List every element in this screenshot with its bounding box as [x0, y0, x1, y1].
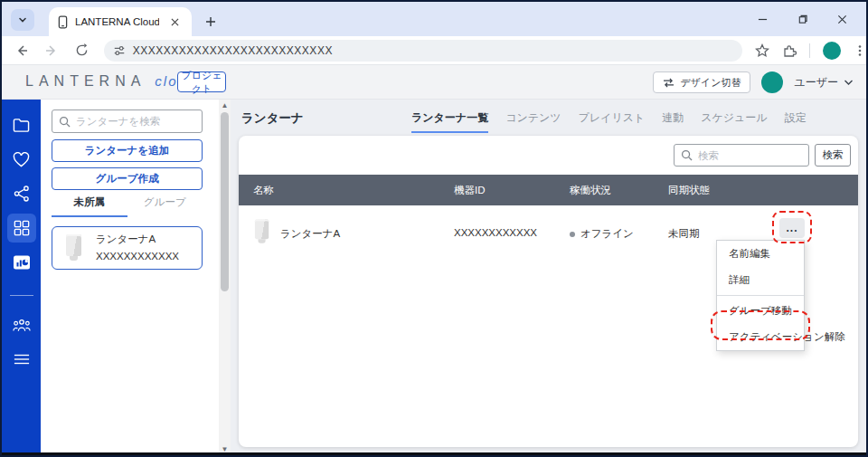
rail-item-devices[interactable]: [7, 214, 36, 243]
share-icon: [14, 186, 30, 202]
analytics-icon: [13, 253, 31, 271]
reload-icon[interactable]: [71, 40, 93, 62]
lanterna-device-icon: [253, 218, 271, 246]
window-bottom-edge: [2, 452, 866, 455]
app-window: LANTERNA Cloud XXXXXXXXXXXXXXXXXXXXXXXXX…: [0, 0, 868, 457]
new-tab-button[interactable]: [203, 14, 219, 30]
sidebar-tabs: 未所属 グループ: [52, 195, 203, 217]
menu-item-deactivate[interactable]: アクティベーション解除: [717, 324, 804, 350]
browser-menu-icon[interactable]: [854, 44, 866, 57]
url-field[interactable]: XXXXXXXXXXXXXXXXXXXXXXXXXX: [104, 40, 742, 62]
chevron-down-icon: [844, 79, 854, 86]
toolbar-divider: [809, 43, 810, 58]
device-sidebar: ランターナを追加 グループ作成 未所属 グループ ランターナA XXXXXXXX…: [41, 100, 218, 454]
folder-icon: [13, 118, 30, 133]
device-table-card: 検索 名称 機器ID 稼働状況 同期状態 ランターナA XXXXXXXXXXXX…: [239, 136, 858, 447]
row-more-button[interactable]: ...: [779, 218, 805, 238]
design-switch-label: デザイン切替: [680, 76, 741, 90]
minimize-icon[interactable]: [754, 11, 770, 27]
row-status: オフライン: [570, 227, 634, 241]
create-group-button[interactable]: グループ作成: [52, 167, 203, 190]
tab-search-button[interactable]: [11, 9, 34, 31]
rail-item-users[interactable]: [7, 310, 36, 339]
rail-item-list[interactable]: [7, 345, 36, 374]
people-icon: [13, 319, 31, 332]
app-logo: LANTERNA cloud: [25, 73, 196, 90]
chevron-down-icon: [18, 15, 27, 24]
menu-item-rename[interactable]: 名前編集: [717, 241, 804, 267]
site-settings-icon[interactable]: [113, 44, 126, 57]
sidebar-scrollbar[interactable]: ▲ ▼: [219, 100, 231, 454]
scroll-up-icon[interactable]: ▲: [219, 100, 231, 110]
tab-lanterna-list[interactable]: ランターナ一覧: [411, 110, 488, 133]
tab-schedule[interactable]: スケジュール: [701, 110, 767, 133]
page-title: ランターナ: [241, 110, 304, 127]
column-sync: 同期状態: [668, 184, 710, 197]
design-switch-button[interactable]: デザイン切替: [653, 71, 750, 93]
sidebar-search-input[interactable]: [76, 116, 184, 127]
user-avatar[interactable]: [761, 71, 783, 93]
table-header: 名称 機器ID 稼働状況 同期状態: [239, 175, 858, 205]
table-search-box[interactable]: [674, 144, 809, 167]
row-device-id: XXXXXXXXXXXX: [454, 227, 537, 238]
rail-item-favorites[interactable]: [7, 145, 36, 174]
app-header: LANTERNA cloud プロジェクト デザイン切替 ユーザー: [2, 65, 866, 100]
url-text: XXXXXXXXXXXXXXXXXXXXXXXXXX: [133, 44, 333, 57]
device-card-name: ランターナA: [96, 231, 179, 248]
tab-link[interactable]: 連動: [662, 110, 684, 133]
device-card[interactable]: ランターナA XXXXXXXXXXXX: [52, 226, 203, 270]
tab-close-icon[interactable]: [166, 14, 183, 30]
toolbar-right: [755, 42, 866, 60]
window-controls: [754, 2, 859, 36]
tab-settings[interactable]: 設定: [785, 110, 807, 133]
user-menu[interactable]: ユーザー: [794, 75, 854, 90]
main-tabs: ランターナ一覧 コンテンツ プレイリスト 連動 スケジュール 設定: [411, 110, 807, 133]
nav-rail: [2, 100, 41, 454]
tab-group[interactable]: グループ: [127, 195, 203, 217]
list-icon: [14, 353, 30, 366]
column-device-id: 機器ID: [454, 184, 486, 197]
bookmark-star-icon[interactable]: [755, 43, 769, 58]
user-menu-label: ユーザー: [794, 75, 838, 90]
lanterna-device-icon: [65, 234, 83, 262]
swap-arrows-icon: [663, 78, 675, 88]
tab-unassigned[interactable]: 未所属: [52, 195, 127, 217]
forward-icon[interactable]: [42, 40, 63, 62]
heart-icon: [13, 152, 30, 167]
add-lanterna-button[interactable]: ランターナを追加: [52, 139, 203, 162]
close-icon[interactable]: [834, 11, 850, 27]
search-icon: [681, 149, 693, 161]
row-sync: 未同期: [668, 227, 700, 241]
back-icon[interactable]: [11, 40, 33, 62]
browser-address-bar: XXXXXXXXXXXXXXXXXXXXXXXXXX: [2, 36, 866, 65]
row-context-menu: 名前編集 詳細 グループ移動 アクティベーション解除: [716, 240, 805, 351]
tab-playlist[interactable]: プレイリスト: [579, 110, 646, 133]
tab-contents[interactable]: コンテンツ: [505, 110, 561, 133]
menu-item-details[interactable]: 詳細: [717, 267, 804, 293]
rail-divider: [10, 295, 33, 296]
column-status: 稼働状況: [570, 184, 611, 197]
project-button[interactable]: プロジェクト: [177, 71, 226, 92]
menu-divider: [717, 295, 804, 296]
rail-item-folder[interactable]: [7, 110, 36, 139]
sidebar-search-box[interactable]: [52, 109, 203, 133]
browser-tab[interactable]: LANTERNA Cloud: [49, 7, 192, 36]
browser-tab-strip: LANTERNA Cloud: [2, 2, 866, 36]
table-search-button[interactable]: 検索: [815, 144, 851, 167]
row-name: ランターナA: [280, 227, 340, 241]
offline-status-dot: [570, 232, 575, 237]
browser-profile-avatar[interactable]: [823, 42, 841, 60]
column-name: 名称: [253, 184, 274, 197]
table-search-input[interactable]: [698, 150, 793, 161]
mobile-device-icon: [58, 15, 68, 29]
maximize-icon[interactable]: [794, 11, 810, 27]
rail-item-share[interactable]: [7, 179, 36, 208]
device-card-id: XXXXXXXXXXXX: [96, 248, 179, 265]
logo-text: LANTERNA: [25, 73, 146, 90]
search-icon: [59, 116, 71, 128]
rail-item-analytics[interactable]: [7, 248, 36, 277]
menu-item-move-group[interactable]: グループ移動: [717, 298, 804, 324]
scrollbar-thumb[interactable]: [221, 112, 229, 291]
grid-icon: [14, 220, 30, 236]
extensions-icon[interactable]: [782, 43, 797, 58]
